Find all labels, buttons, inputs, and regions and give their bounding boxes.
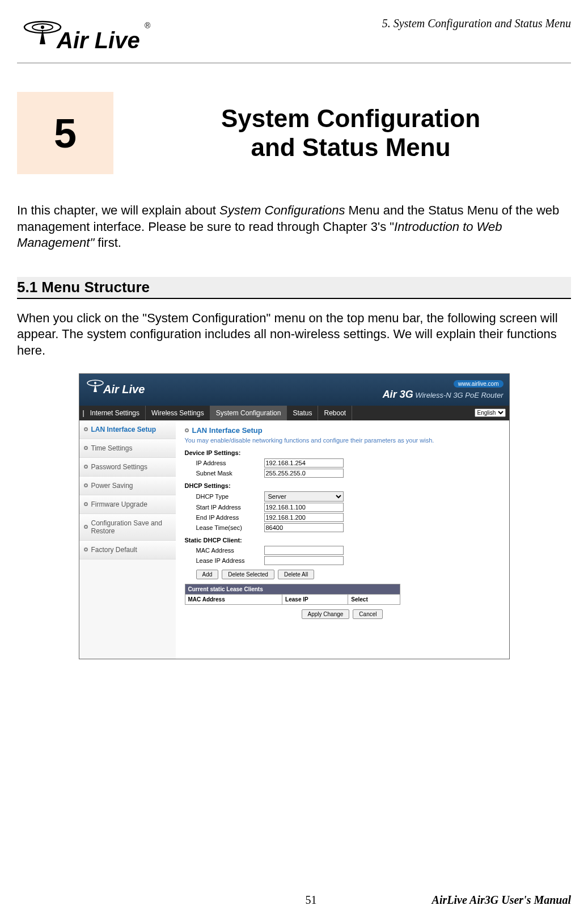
subnet-label: Subnet Mask: [185, 470, 264, 477]
page-header: Air Live ® 5. System Configuration and S…: [17, 17, 571, 57]
device-ip-label: Device IP Settings:: [185, 449, 500, 456]
content-desc: You may enable/disable networking functi…: [185, 437, 500, 444]
section-heading-bar: 5.1 Menu Structure: [17, 277, 571, 299]
embedded-screenshot: Air Live www.airlive.com Air 3G Wireless…: [79, 373, 510, 659]
table-caption: Current static Lease Clients: [185, 584, 400, 594]
nav-status[interactable]: Status: [287, 406, 318, 420]
header-divider: [17, 62, 571, 64]
nav-wireless-settings[interactable]: Wireless Settings: [146, 406, 210, 420]
ss-navbar: | Internet Settings Wireless Settings Sy…: [79, 406, 509, 420]
ss-header: Air Live www.airlive.com Air 3G Wireless…: [79, 374, 509, 406]
subnet-input[interactable]: [264, 469, 344, 478]
add-button[interactable]: Add: [196, 570, 219, 579]
section-heading: 5.1 Menu Structure: [17, 279, 571, 296]
bullet-icon: [84, 525, 88, 529]
bullet-icon: [84, 427, 88, 431]
static-dhcp-label: Static DHCP Client:: [185, 537, 500, 544]
mac-input[interactable]: [264, 546, 344, 555]
dhcp-type-select[interactable]: Server: [264, 491, 344, 502]
end-ip-input[interactable]: [264, 513, 344, 522]
sidebar-item-config-save[interactable]: Configuration Save and Restore: [79, 514, 176, 541]
language-select[interactable]: English: [475, 409, 506, 417]
sidebar-item-power[interactable]: Power Saving: [79, 477, 176, 495]
lease-input[interactable]: [264, 523, 344, 532]
bullet-icon: [84, 502, 88, 506]
lease-ip-label: Lease IP Address: [185, 557, 264, 564]
chapter-number: 5: [54, 110, 77, 157]
manual-title: AirLive Air3G User's Manual: [432, 894, 571, 907]
ss-model-name: Air 3G: [383, 389, 413, 400]
section-body: When you click on the "System Configurat…: [17, 310, 571, 359]
end-ip-label: End IP Address: [185, 514, 264, 521]
sidebar-item-lan[interactable]: LAN Interface Setup: [79, 420, 176, 439]
svg-point-2: [41, 26, 44, 29]
running-head: 5. System Configuration and Status Menu: [382, 17, 571, 30]
bullet-icon: [84, 483, 88, 487]
ss-model-block: www.airlive.com Air 3G Wireless-N 3G PoE…: [383, 379, 504, 401]
chapter-title: System Configuration and Status Menu: [130, 104, 571, 162]
lease-clients-table: Current static Lease Clients MAC Address…: [185, 584, 400, 605]
bullet-icon: [84, 548, 88, 551]
nav-system-configuration[interactable]: System Configuration: [210, 406, 287, 420]
sidebar-item-firmware[interactable]: Firmware Upgrade: [79, 495, 176, 514]
svg-text:Air Live: Air Live: [103, 383, 145, 395]
bullet-icon: [84, 446, 88, 450]
table-header-select: Select: [348, 594, 400, 604]
delete-all-button[interactable]: Delete All: [278, 570, 314, 579]
dhcp-label: DHCP Settings:: [185, 482, 500, 489]
page-footer: 51 AirLive Air3G User's Manual: [0, 894, 588, 907]
chapter-heading: 5 System Configuration and Status Menu: [17, 92, 571, 174]
nav-internet-settings[interactable]: Internet Settings: [84, 406, 146, 420]
mac-label: MAC Address: [185, 547, 264, 554]
airlive-logo-icon: Air Live ®: [17, 17, 153, 57]
lease-ip-input[interactable]: [264, 556, 344, 565]
dhcp-type-label: DHCP Type: [185, 493, 264, 500]
ss-sidebar: LAN Interface Setup Time Settings Passwo…: [79, 420, 176, 659]
ss-logo: Air Live: [85, 377, 153, 402]
table-header-lease: Lease IP: [282, 594, 348, 604]
ip-address-input[interactable]: [264, 458, 344, 468]
lease-label: Lease Time(sec): [185, 524, 264, 531]
intro-paragraph: In this chapter, we will explain about S…: [17, 203, 571, 251]
table-header-mac: MAC Address: [185, 594, 282, 604]
logo: Air Live ®: [17, 17, 153, 57]
sidebar-item-time[interactable]: Time Settings: [79, 439, 176, 458]
sidebar-item-password[interactable]: Password Settings: [79, 458, 176, 477]
cancel-button[interactable]: Cancel: [353, 609, 383, 619]
bullet-icon: [84, 465, 88, 469]
content-title: LAN Interface Setup: [185, 426, 500, 435]
ss-logo-icon: Air Live: [85, 377, 153, 400]
ss-url-badge: www.airlive.com: [454, 380, 504, 388]
ss-model-sub: Wireless-N 3G PoE Router: [415, 391, 503, 399]
chapter-number-box: 5: [17, 92, 113, 174]
apply-change-button[interactable]: Apply Change: [302, 609, 350, 619]
svg-text:®: ®: [145, 21, 151, 30]
start-ip-input[interactable]: [264, 503, 344, 512]
start-ip-label: Start IP Address: [185, 504, 264, 511]
sidebar-item-factory[interactable]: Factory Default: [79, 541, 176, 559]
ip-address-label: IP Address: [185, 460, 264, 466]
svg-point-6: [94, 382, 96, 384]
nav-reboot[interactable]: Reboot: [318, 406, 352, 420]
delete-selected-button[interactable]: Delete Selected: [222, 570, 274, 579]
ss-content: LAN Interface Setup You may enable/disab…: [176, 420, 509, 659]
bullet-icon: [185, 428, 189, 432]
svg-text:Air Live: Air Live: [56, 28, 140, 53]
